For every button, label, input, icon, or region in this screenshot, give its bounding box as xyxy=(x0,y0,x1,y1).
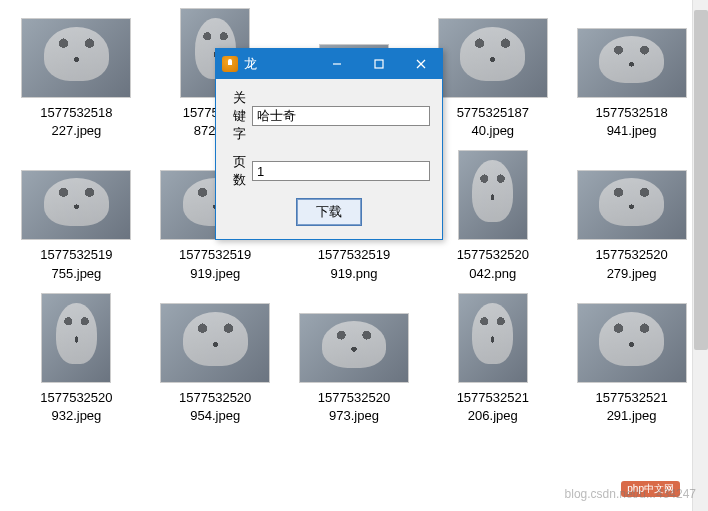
scrollbar[interactable] xyxy=(692,0,708,511)
keyword-label: 关键字 xyxy=(228,89,246,143)
dialog-body: 关键字 页数 下载 xyxy=(216,79,442,239)
thumbnail xyxy=(299,313,409,383)
thumbnail xyxy=(21,170,131,240)
file-item[interactable]: 1577532520 932.jpeg xyxy=(12,293,141,425)
thumbnail xyxy=(577,303,687,383)
file-name: 1577532520 932.jpeg xyxy=(40,389,112,425)
thumbnail xyxy=(458,150,528,240)
file-item[interactable]: 1577532520 042.png xyxy=(428,150,557,282)
file-name: 1577532519 755.jpeg xyxy=(40,246,112,282)
thumbnail xyxy=(458,293,528,383)
thumbnail xyxy=(160,303,270,383)
file-item[interactable]: 1577532518 941.jpeg xyxy=(567,8,696,140)
close-button[interactable] xyxy=(400,49,442,79)
scrollbar-thumb[interactable] xyxy=(694,10,708,350)
thumbnail xyxy=(577,170,687,240)
file-name: 1577532518 227.jpeg xyxy=(40,104,112,140)
page-label: 页数 xyxy=(228,153,246,189)
titlebar[interactable]: 龙 xyxy=(216,49,442,79)
file-item[interactable]: 1577532518 227.jpeg xyxy=(12,8,141,140)
file-name: 1577532519 919.png xyxy=(318,246,390,282)
file-name: 1577532520 279.jpeg xyxy=(595,246,667,282)
file-item[interactable]: 5775325187 40.jpeg xyxy=(428,8,557,140)
file-name: 1577532521 291.jpeg xyxy=(595,389,667,425)
file-item[interactable]: 1577532520 279.jpeg xyxy=(567,150,696,282)
thumbnail xyxy=(577,28,687,98)
file-item[interactable]: 1577532521 291.jpeg xyxy=(567,293,696,425)
file-name: 1577532520 954.jpeg xyxy=(179,389,251,425)
file-name: 5775325187 40.jpeg xyxy=(457,104,529,140)
thumbnail xyxy=(438,18,548,98)
file-name: 1577532518 941.jpeg xyxy=(595,104,667,140)
download-dialog: 龙 关键字 页数 下载 xyxy=(215,48,443,240)
file-name: 1577532519 919.jpeg xyxy=(179,246,251,282)
file-name: 1577532520 973.jpeg xyxy=(318,389,390,425)
java-icon xyxy=(222,56,238,72)
file-name: 1577532520 042.png xyxy=(457,246,529,282)
file-item[interactable]: 1577532520 954.jpeg xyxy=(151,293,280,425)
keyword-input[interactable] xyxy=(252,106,430,126)
thumbnail xyxy=(41,293,111,383)
file-item[interactable]: 1577532521 206.jpeg xyxy=(428,293,557,425)
thumbnail xyxy=(21,18,131,98)
file-item[interactable]: 1577532519 755.jpeg xyxy=(12,150,141,282)
file-name: 1577532521 206.jpeg xyxy=(457,389,529,425)
dialog-title: 龙 xyxy=(244,55,316,73)
minimize-button[interactable] xyxy=(316,49,358,79)
maximize-button[interactable] xyxy=(358,49,400,79)
svg-rect-1 xyxy=(375,60,383,68)
watermark: blog.csdn.net/u...434247 xyxy=(565,487,696,501)
page-input[interactable] xyxy=(252,161,430,181)
file-item[interactable]: 1577532520 973.jpeg xyxy=(290,293,419,425)
download-button[interactable]: 下载 xyxy=(297,199,361,225)
